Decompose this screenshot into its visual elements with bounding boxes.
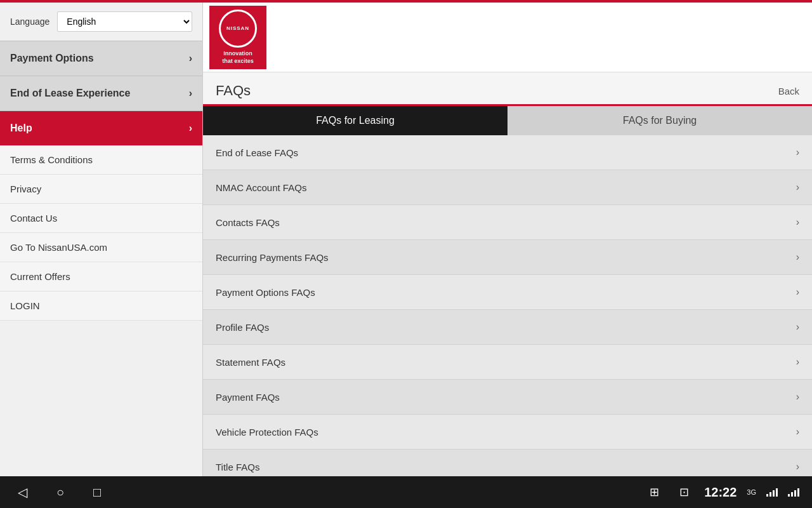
faq-chevron-icon: › (796, 251, 799, 263)
faq-item-payment[interactable]: Payment FAQs › (203, 380, 812, 415)
logo-circle (219, 10, 257, 48)
faq-item-vehicle-protection[interactable]: Vehicle Protection FAQs › (203, 415, 812, 450)
faq-label: Payment FAQs (216, 392, 280, 403)
faq-item-end-of-lease[interactable]: End of Lease FAQs › (203, 135, 812, 170)
faq-label: Vehicle Protection FAQs (216, 427, 318, 438)
page-title-bar: FAQs Back (203, 72, 812, 104)
sidebar-item-end-of-lease-label: End of Lease Experience (10, 88, 130, 99)
chevron-right-icon: › (189, 88, 192, 99)
faq-item-nmac[interactable]: NMAC Account FAQs › (203, 170, 812, 205)
sidebar-sub-nissanusa[interactable]: Go To NissanUSA.com (0, 233, 202, 262)
sidebar-item-help-label: Help (10, 123, 32, 134)
signal-bars-icon (766, 488, 778, 497)
page-title: FAQs (216, 83, 251, 99)
tab-faqs-leasing[interactable]: FAQs for Leasing (203, 106, 508, 135)
faq-label: Title FAQs (216, 462, 259, 472)
faq-list: End of Lease FAQs › NMAC Account FAQs › … (203, 135, 812, 476)
faq-item-statement[interactable]: Statement FAQs › (203, 345, 812, 380)
sidebar-sub-offers[interactable]: Current Offers (0, 262, 202, 291)
android-nav-bar: ◁ ○ □ ⊞ ⊡ 12:22 3G (0, 476, 812, 508)
android-back-button[interactable]: ◁ (13, 482, 32, 502)
faq-label: Recurring Payments FAQs (216, 252, 329, 263)
tab-faqs-buying[interactable]: FAQs for Buying (508, 106, 812, 135)
faq-chevron-icon: › (796, 391, 799, 403)
language-label: Language (10, 17, 49, 27)
sidebar-item-end-of-lease[interactable]: End of Lease Experience › (0, 76, 202, 110)
android-home-button[interactable]: ○ (51, 483, 69, 502)
status-time: 12:22 (704, 485, 737, 500)
tab-row: FAQs for Leasing FAQs for Buying (203, 106, 812, 135)
chevron-right-icon-active: › (189, 123, 192, 134)
faq-label: Payment Options FAQs (216, 287, 315, 298)
faq-chevron-icon: › (796, 217, 799, 228)
sidebar-item-payment-options-label: Payment Options (10, 53, 94, 64)
faq-item-payment-options[interactable]: Payment Options FAQs › (203, 275, 812, 310)
sidebar-sub-terms[interactable]: Terms & Conditions (0, 145, 202, 175)
faq-item-profile[interactable]: Profile FAQs › (203, 310, 812, 345)
back-button[interactable]: Back (778, 86, 799, 97)
content-area: FAQs Back FAQs for Leasing FAQs for Buyi… (203, 72, 812, 476)
screen-icon: ⊡ (674, 483, 694, 502)
faq-label: End of Lease FAQs (216, 147, 298, 158)
language-select[interactable]: English Spanish French (57, 11, 192, 32)
android-recent-button[interactable]: □ (88, 483, 106, 502)
faq-item-recurring[interactable]: Recurring Payments FAQs › (203, 240, 812, 275)
android-nav-right: ⊞ ⊡ 12:22 3G (645, 483, 799, 502)
faq-chevron-icon: › (796, 286, 799, 298)
gallery-icon: ⊞ (645, 483, 664, 502)
faq-chevron-icon: › (796, 321, 799, 333)
header-logo-area: Innovationthat excites (203, 3, 812, 72)
wifi-signal-icon (788, 488, 799, 497)
sidebar-sub-contact[interactable]: Contact Us (0, 204, 202, 233)
faq-label: Profile FAQs (216, 322, 269, 333)
faq-chevron-icon: › (796, 356, 799, 368)
faq-label: NMAC Account FAQs (216, 182, 306, 193)
android-nav-left: ◁ ○ □ (13, 482, 106, 502)
logo-tagline: Innovationthat excites (222, 50, 254, 65)
sidebar-sub-privacy[interactable]: Privacy (0, 175, 202, 204)
faq-chevron-icon: › (796, 426, 799, 438)
nissan-logo: Innovationthat excites (209, 6, 266, 69)
sidebar-item-help[interactable]: Help › (0, 110, 202, 145)
sidebar-sub-login[interactable]: LOGIN (0, 291, 202, 321)
faq-label: Statement FAQs (216, 357, 285, 368)
faq-chevron-icon: › (796, 182, 799, 193)
sidebar-item-payment-options[interactable]: Payment Options › (0, 41, 202, 76)
main-content: Innovationthat excites FAQs Back FAQs fo… (203, 3, 812, 476)
sidebar-sub-items: Terms & Conditions Privacy Contact Us Go… (0, 145, 202, 321)
faq-chevron-icon: › (796, 461, 799, 472)
chevron-right-icon: › (189, 53, 192, 64)
language-row: Language English Spanish French (0, 3, 202, 41)
faq-chevron-icon: › (796, 147, 799, 158)
faq-item-contacts[interactable]: Contacts FAQs › (203, 205, 812, 240)
network-type-label: 3G (747, 488, 756, 496)
sidebar: Language English Spanish French Payment … (0, 3, 203, 476)
faq-label: Contacts FAQs (216, 217, 280, 228)
faq-item-title[interactable]: Title FAQs › (203, 450, 812, 476)
